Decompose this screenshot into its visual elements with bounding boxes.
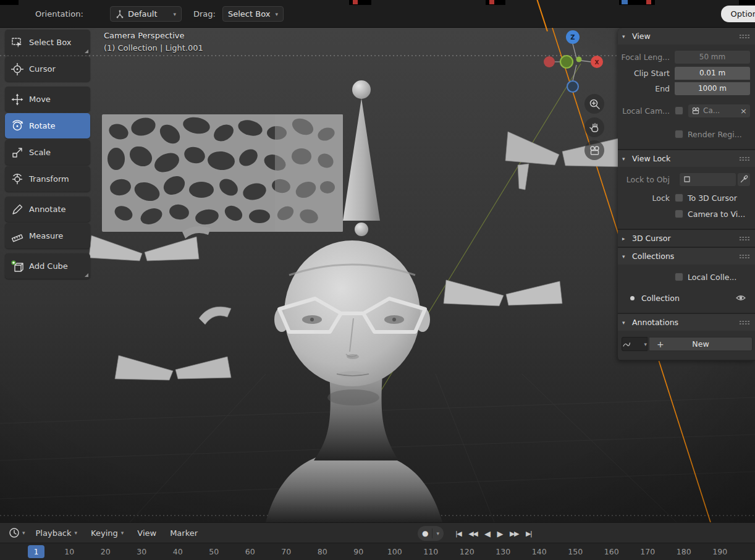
move-icon — [11, 93, 23, 106]
clip-start-field[interactable]: 0.01 m — [675, 67, 750, 80]
drag-dropdown[interactable]: Select Box ▾ — [222, 6, 284, 22]
object-icon — [683, 175, 691, 184]
active-object-text: (1) Collection | Light.001 — [104, 43, 203, 53]
select-box-icon — [11, 36, 23, 49]
gizmo-axis-neg-z[interactable] — [567, 81, 578, 92]
screen-artifact — [489, 0, 494, 4]
menu-playback[interactable]: Playback ▾ — [29, 523, 85, 543]
tool-move[interactable]: Move — [5, 87, 90, 112]
lock-to-object-row: Lock to Obj — [618, 172, 753, 187]
render-region-row: Render Regi... — [618, 127, 753, 142]
panel-view-header[interactable]: ▾ View — [618, 28, 755, 45]
menu-keying[interactable]: Keying ▾ — [84, 523, 130, 543]
gizmo-axis-neg-y[interactable] — [560, 56, 573, 68]
orientation-dropdown[interactable]: Default ▾ — [110, 6, 182, 22]
chevron-down-icon: ▾ — [622, 156, 628, 162]
pan-button[interactable] — [584, 117, 604, 137]
tool-scale[interactable]: Scale — [5, 140, 90, 165]
panel-view: ▾ View Focal Leng... 50 mm Clip Start 0.… — [618, 28, 755, 149]
tool-rotate[interactable]: Rotate — [5, 113, 90, 138]
stroke-icon — [622, 340, 631, 349]
annotation-stroke-button[interactable]: ▾ — [622, 337, 647, 351]
render-region-checkbox[interactable] — [675, 130, 683, 138]
tool-select-box[interactable]: Select Box — [5, 30, 90, 55]
collection-dot-icon — [630, 296, 635, 300]
orientation-label: Orientation: — [35, 9, 83, 19]
cursor-icon — [11, 63, 23, 75]
auto-keying-button[interactable]: ● ▾ — [418, 526, 444, 541]
next-keyframe-button[interactable]: ▶▶ — [507, 528, 521, 540]
eye-visibility-icon[interactable] — [735, 292, 746, 303]
camera-view-button[interactable] — [584, 140, 604, 160]
play-button[interactable]: ▶ — [495, 527, 505, 540]
zoom-button[interactable] — [584, 94, 604, 114]
drag-value: Select Box — [228, 9, 270, 19]
tool-cursor[interactable]: Cursor — [5, 56, 90, 82]
plus-icon: + — [657, 339, 664, 349]
chevron-down-icon[interactable]: ▾ — [436, 530, 439, 537]
screen-artifact — [646, 0, 651, 4]
rotate-icon — [11, 120, 23, 132]
screen-artifact — [486, 0, 505, 5]
jump-to-end-button[interactable]: ▶| — [523, 528, 534, 540]
play-reverse-button[interactable]: ◀ — [482, 527, 492, 540]
panel-grip-icon[interactable] — [739, 254, 750, 259]
panel-grip-icon[interactable] — [739, 156, 750, 161]
collection-list-item[interactable]: Collection — [618, 289, 753, 307]
tool-add-cube[interactable]: Add Cube — [5, 253, 90, 279]
gizmo-axis-neg-x[interactable] — [544, 56, 555, 67]
menu-marker[interactable]: Marker — [163, 523, 205, 543]
panel-grip-icon[interactable] — [739, 236, 750, 241]
timeline-editor: ▾ Playback ▾ Keying ▾ View Marker ● ▾ — [0, 522, 755, 560]
jump-to-start-button[interactable]: |◀ — [453, 528, 463, 540]
panel-collections: ▾ Collections Local Colle... Collection — [618, 248, 755, 313]
current-frame-indicator[interactable]: 1 — [28, 545, 44, 558]
clip-end-field[interactable]: 1000 m — [675, 82, 750, 95]
timeline-header: ▾ Playback ▾ Keying ▾ View Marker ● ▾ — [0, 522, 755, 543]
panel-annotations-header[interactable]: ▾ Annotations — [618, 314, 755, 331]
tool-transform[interactable]: Transform — [5, 166, 90, 192]
focal-length-field[interactable]: 50 mm — [675, 51, 750, 64]
local-camera-checkbox[interactable] — [675, 106, 683, 115]
record-icon: ● — [422, 529, 428, 538]
view-name-text: Camera Perspective — [104, 31, 203, 40]
options-button[interactable]: Option — [721, 6, 755, 22]
tool-annotate[interactable]: Annotate — [5, 197, 90, 222]
camera-icon — [691, 106, 700, 115]
eyedropper-icon — [740, 175, 748, 184]
gizmo-z-label: Z — [570, 34, 575, 41]
panel-view-lock-header[interactable]: ▾ View Lock — [618, 150, 755, 167]
local-collections-checkbox[interactable] — [675, 273, 683, 281]
prev-keyframe-button[interactable]: ◀◀ — [466, 528, 479, 540]
clip-start-row: Clip Start 0.01 m — [618, 66, 753, 80]
lock-to-object-field[interactable] — [680, 173, 736, 186]
panel-view-lock: ▾ View Lock Lock to Obj — [618, 150, 755, 229]
panel-3d-cursor-header[interactable]: ▸ 3D Cursor — [618, 230, 755, 247]
navigation-gizmo[interactable]: X Z — [538, 28, 612, 102]
frame-ruler[interactable]: 1 10 20 30 40 50 60 70 80 90 100 110 120… — [0, 543, 755, 560]
local-camera-row: Local Cam... Ca... × — [618, 103, 753, 118]
local-camera-field[interactable]: Ca... × — [688, 104, 750, 117]
ruler-ticks: 10 20 30 40 50 60 70 80 90 100 110 120 1… — [51, 543, 738, 560]
chevron-down-icon: ▾ — [622, 33, 628, 40]
panel-grip-icon[interactable] — [739, 34, 750, 39]
eyedropper-button[interactable] — [738, 173, 750, 186]
chevron-down-icon: ▾ — [22, 530, 25, 536]
chevron-down-icon: ▾ — [173, 11, 176, 17]
viewport-3d[interactable]: Camera Perspective (1) Collection | Ligh… — [0, 28, 755, 522]
camera-to-view-checkbox[interactable] — [675, 210, 683, 218]
chevron-down-icon: ▾ — [622, 320, 628, 326]
clear-camera-x-icon[interactable]: × — [740, 106, 747, 116]
hand-icon — [589, 122, 601, 134]
to-3d-cursor-checkbox[interactable] — [675, 193, 683, 202]
orientation-value: Default — [128, 9, 158, 19]
menu-view[interactable]: View — [130, 523, 163, 543]
annotation-new-button[interactable]: + New — [649, 337, 753, 351]
playback-controls: |◀ ◀◀ ◀ ▶ ▶▶ ▶| — [453, 526, 534, 541]
panel-grip-icon[interactable] — [739, 320, 750, 325]
local-collections-row: Local Colle... — [618, 269, 753, 284]
panel-collections-header[interactable]: ▾ Collections — [618, 248, 755, 265]
editor-type-button[interactable]: ▾ — [5, 527, 29, 538]
tool-measure[interactable]: Measure — [5, 223, 90, 248]
gizmo-axis-y[interactable] — [576, 57, 582, 62]
